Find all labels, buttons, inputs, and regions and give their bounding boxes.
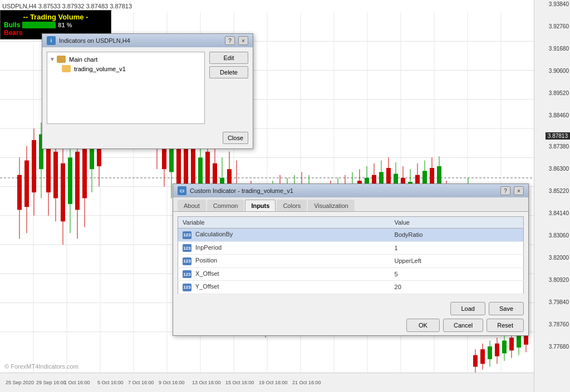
tree-indicator-label: trading_volume_v1 (74, 66, 126, 72)
svg-rect-160 (495, 344, 499, 356)
load-save-row: Load Save (178, 302, 524, 315)
time-label-5: 9 Oct 16:00 (159, 380, 185, 385)
var-icon: 123 (183, 270, 191, 278)
tv-title: -- Trading Volume - (4, 13, 107, 21)
value-cell: BodyRatio (390, 229, 524, 242)
value-cell: 5 (390, 267, 524, 281)
var-icon: 123 (183, 231, 191, 239)
tree-main-chart[interactable]: ▼ Main chart (50, 54, 202, 64)
table-row[interactable]: 123 InpPeriod 1 (178, 241, 524, 255)
price-label-15: 3.78760 (549, 321, 569, 328)
time-label-8: 19 Oct 16:00 (259, 380, 288, 385)
value-cell: 1 (390, 241, 524, 255)
indicators-dialog-close-button[interactable]: × (238, 36, 248, 45)
svg-rect-44 (75, 152, 80, 210)
indicators-dialog-titlebar[interactable]: i Indicators on USDPLN,H4 ? × (42, 34, 253, 47)
tree-script-icon (62, 65, 71, 72)
close-indicators-button[interactable]: Close (223, 132, 248, 144)
indicators-dialog-body: ▼ Main chart trading_volume_v1 Edit Dele… (42, 47, 253, 128)
watermark: © ForexMT4Indicators.com (4, 363, 78, 370)
tab-about[interactable]: About (178, 200, 206, 211)
load-button[interactable]: Load (450, 302, 485, 315)
indicators-dialog-help-button[interactable]: ? (225, 36, 235, 45)
tab-inputs[interactable]: Inputs (245, 200, 276, 211)
svg-rect-42 (68, 157, 72, 204)
svg-rect-154 (473, 355, 478, 367)
variable-cell: 123 Y_Offset (178, 281, 390, 294)
custom-indicator-dialog[interactable]: CI Custom Indicator - trading_volume_v1 … (173, 183, 529, 336)
tree-folder-icon (57, 56, 66, 63)
delete-button[interactable]: Delete (209, 66, 248, 78)
svg-rect-164 (509, 338, 514, 350)
ci-footer: Load Save OK Cancel Reset (173, 299, 528, 335)
table-row[interactable]: 123 CalculationBy BodyRatio (178, 229, 524, 242)
col-variable: Variable (178, 217, 390, 229)
time-axis: 25 Sep 2020 29 Sep 16:00 1 Oct 16:00 5 O… (0, 373, 534, 392)
custom-indicator-titlebar[interactable]: CI Custom Indicator - trading_volume_v1 … (173, 184, 528, 197)
tab-common[interactable]: Common (207, 200, 244, 211)
save-button[interactable]: Save (489, 302, 524, 315)
time-label-6: 13 Oct 16:00 (192, 380, 221, 385)
table-row[interactable]: 123 Position UpperLeft (178, 255, 524, 268)
price-axis: 3.93840 3.92760 3.91680 3.90600 3.89520 … (534, 0, 570, 392)
time-label-7: 15 Oct 16:00 (225, 380, 254, 385)
variable-name: InpPeriod (195, 244, 222, 251)
custom-indicator-title-icon: CI (178, 186, 186, 195)
custom-indicator-help-button[interactable]: ? (500, 186, 510, 195)
indicators-dialog-title: Indicators on USDPLN,H4 (59, 37, 222, 44)
price-label-4: 3.89520 (549, 90, 569, 96)
dialog-title-icon: i (47, 36, 56, 45)
value-cell: 20 (390, 281, 524, 294)
ok-cancel-row: OK Cancel Reset (178, 319, 524, 332)
svg-rect-166 (517, 335, 521, 348)
price-label-13: 3.80920 (549, 277, 569, 283)
time-label-9: 21 Oct 16:00 (292, 380, 321, 385)
custom-indicator-title: Custom Indicator - trading_volume_v1 (190, 187, 497, 194)
value-cell: UpperLeft (390, 255, 524, 268)
col-value: Value (390, 217, 524, 229)
svg-rect-156 (480, 349, 485, 364)
ci-tabs: About Common Inputs Colors Visualization (173, 197, 528, 212)
chart-ticker-info: USDPLN,H4 3.87533 3.87932 3.87483 3.8781… (2, 3, 132, 9)
variable-name: X_Offset (195, 270, 219, 277)
svg-rect-28 (17, 175, 22, 210)
var-icon: 123 (183, 257, 191, 265)
edit-button[interactable]: Edit (209, 52, 248, 64)
variable-name: Y_Offset (195, 283, 219, 290)
svg-rect-32 (32, 140, 36, 192)
tree-indicator-item[interactable]: trading_volume_v1 (50, 64, 202, 73)
tab-visualization[interactable]: Visualization (308, 200, 355, 211)
custom-indicator-close-button[interactable]: × (514, 186, 524, 195)
price-label-1: 3.92760 (549, 23, 569, 29)
tv-bulls-bar (22, 22, 56, 28)
price-label-3: 3.90600 (549, 68, 569, 74)
table-row[interactable]: 123 X_Offset 5 (178, 267, 524, 281)
variable-name: Position (195, 257, 217, 264)
tv-bulls-pct: 81 % (58, 22, 72, 28)
indicator-tree[interactable]: ▼ Main chart trading_volume_v1 (47, 52, 205, 124)
time-label-1: 29 Sep 16:00 (36, 380, 66, 385)
variable-cell: 123 InpPeriod (178, 241, 390, 255)
svg-rect-40 (61, 163, 65, 222)
time-label-4: 7 Oct 16:00 (128, 380, 154, 385)
price-label-9: 3.85220 (549, 188, 569, 194)
inputs-table: Variable Value 123 CalculationBy BodyRat… (178, 216, 524, 294)
price-label-0: 3.93840 (549, 1, 569, 7)
tab-colors[interactable]: Colors (277, 200, 307, 211)
svg-rect-158 (488, 346, 492, 359)
reset-button[interactable]: Reset (487, 319, 524, 332)
price-label-10: 3.84140 (549, 210, 569, 216)
variable-cell: 123 Position (178, 255, 390, 268)
indicator-action-buttons: Edit Delete (209, 52, 248, 124)
ok-button[interactable]: OK (406, 319, 440, 332)
indicators-dialog-footer: Close (42, 128, 253, 148)
indicators-dialog[interactable]: i Indicators on USDPLN,H4 ? × ▼ Main cha… (42, 33, 253, 149)
svg-rect-30 (24, 161, 29, 207)
table-row[interactable]: 123 Y_Offset 20 (178, 281, 524, 294)
cancel-button[interactable]: Cancel (443, 319, 483, 332)
variable-cell: 123 X_Offset (178, 267, 390, 281)
tv-bears-label: Bears (4, 29, 22, 37)
tree-expand-icon: ▼ (50, 56, 55, 62)
ci-body: Variable Value 123 CalculationBy BodyRat… (173, 212, 528, 299)
price-current: 3.87813 (546, 132, 570, 140)
